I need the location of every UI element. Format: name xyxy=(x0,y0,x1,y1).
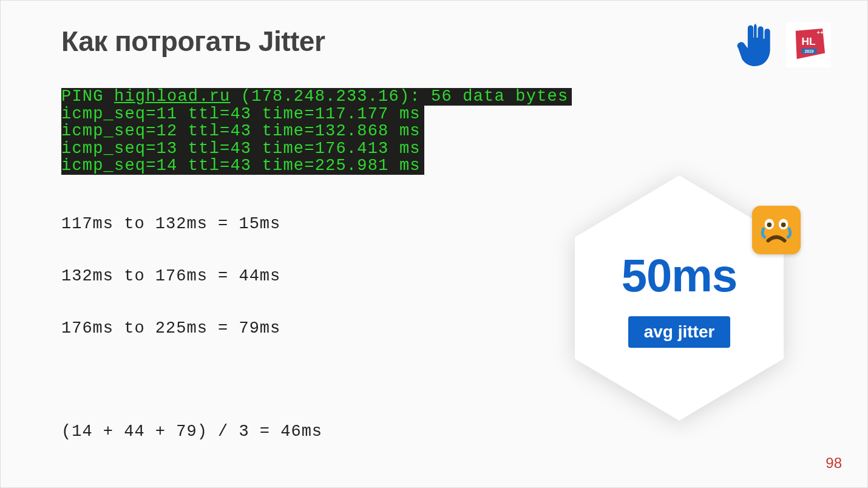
slide: HL 2019 ++ Как потрогать Jitter PING hig… xyxy=(1,1,867,487)
ping-host: highload.ru xyxy=(114,87,230,106)
header-logos: HL 2019 ++ xyxy=(736,22,831,67)
page-number: 98 xyxy=(826,455,842,472)
ping-prefix: PING xyxy=(61,87,114,106)
terminal-output: PING highload.ru (178.248.233.16): 56 da… xyxy=(61,88,572,175)
hand-icon xyxy=(736,24,771,66)
jitter-label: avg jitter xyxy=(628,316,731,348)
svg-point-8 xyxy=(767,222,772,227)
svg-text:HL: HL xyxy=(801,35,816,47)
terminal-line: icmp_seq=14 ttl=43 time=225.981 ms xyxy=(61,157,424,175)
terminal-line: icmp_seq=11 ttl=43 time=117.177 ms xyxy=(61,106,424,123)
jitter-value: 50ms xyxy=(622,249,737,302)
terminal-line: icmp_seq=13 ttl=43 time=176.413 ms xyxy=(61,140,424,158)
sad-face-icon xyxy=(752,206,801,254)
svg-text:2019: 2019 xyxy=(804,49,813,53)
calc-average: (14 + 44 + 79) / 3 = 46ms xyxy=(61,423,813,441)
ping-header: PING highload.ru (178.248.233.16): 56 da… xyxy=(61,88,572,106)
jitter-badge: 50ms avg jitter xyxy=(564,171,795,425)
svg-text:++: ++ xyxy=(817,29,824,36)
hl-2019-logo: HL 2019 ++ xyxy=(786,22,831,67)
terminal-line: icmp_seq=12 ttl=43 time=132.868 ms xyxy=(61,123,424,140)
svg-point-9 xyxy=(781,222,786,227)
slide-title: Как потрогать Jitter xyxy=(61,25,813,58)
ping-suffix: (178.248.233.16): 56 data bytes xyxy=(230,87,568,106)
